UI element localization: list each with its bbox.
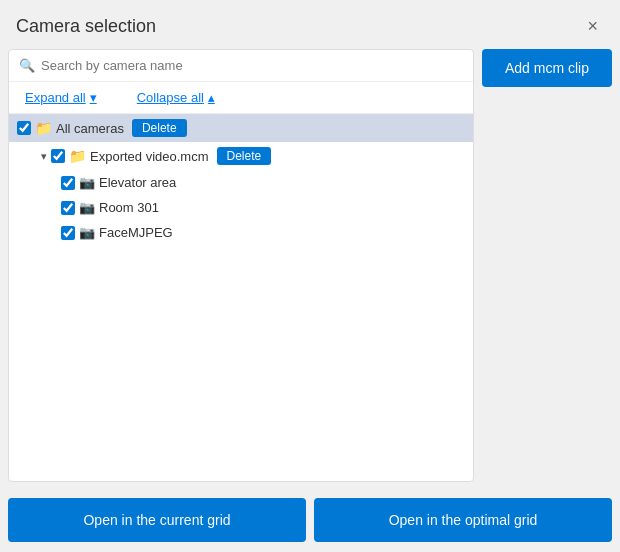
chevron-down-icon[interactable]: ▾ [41,150,47,163]
collapse-chevron-icon: ▴ [208,90,215,105]
search-icon: 🔍 [19,58,35,73]
camera-icon: 📷 [79,200,95,215]
room301-label: Room 301 [99,200,159,215]
facemjpeg-label: FaceMJPEG [99,225,173,240]
exported-video-label: Exported video.mcm [90,149,209,164]
right-panel: Add mcm clip [482,49,612,482]
dialog-footer: Open in the current grid Open in the opt… [0,490,620,552]
expand-all-label: Expand all [25,90,86,105]
folder-icon: 📁 [69,148,86,164]
dialog-title: Camera selection [16,16,156,37]
all-cameras-delete-button[interactable]: Delete [132,119,187,137]
facemjpeg-checkbox[interactable] [61,226,75,240]
exported-video-delete-button[interactable]: Delete [217,147,272,165]
collapse-all-label: Collapse all [137,90,204,105]
collapse-all-link[interactable]: Collapse all ▴ [137,90,215,105]
open-current-grid-button[interactable]: Open in the current grid [8,498,306,542]
all-cameras-label: All cameras [56,121,124,136]
elevator-label: Elevator area [99,175,176,190]
expand-chevron-icon: ▾ [90,90,97,105]
elevator-checkbox[interactable] [61,176,75,190]
search-input[interactable] [41,58,463,73]
tree-row: 📷 FaceMJPEG [9,220,473,245]
dialog-body: 🔍 Expand all ▾ Collapse all ▴ 📁 [0,49,620,490]
tree-row: 📁 All cameras Delete [9,114,473,142]
tree-area: 📁 All cameras Delete ▾ 📁 Exported video.… [9,114,473,481]
open-optimal-grid-button[interactable]: Open in the optimal grid [314,498,612,542]
tree-row: ▾ 📁 Exported video.mcm Delete [9,142,473,170]
camera-icon: 📷 [79,225,95,240]
tree-row: 📷 Room 301 [9,195,473,220]
search-bar: 🔍 [9,50,473,82]
left-panel: 🔍 Expand all ▾ Collapse all ▴ 📁 [8,49,474,482]
exported-video-checkbox[interactable] [51,149,65,163]
folder-icon: 📁 [35,120,52,136]
camera-icon: 📷 [79,175,95,190]
add-mcm-button[interactable]: Add mcm clip [482,49,612,87]
close-button[interactable]: × [581,14,604,39]
dialog-header: Camera selection × [0,0,620,49]
tree-row: 📷 Elevator area [9,170,473,195]
room301-checkbox[interactable] [61,201,75,215]
camera-selection-dialog: Camera selection × 🔍 Expand all ▾ Collap… [0,0,620,552]
expand-all-link[interactable]: Expand all ▾ [25,90,97,105]
expand-collapse-row: Expand all ▾ Collapse all ▴ [9,82,473,114]
all-cameras-checkbox[interactable] [17,121,31,135]
